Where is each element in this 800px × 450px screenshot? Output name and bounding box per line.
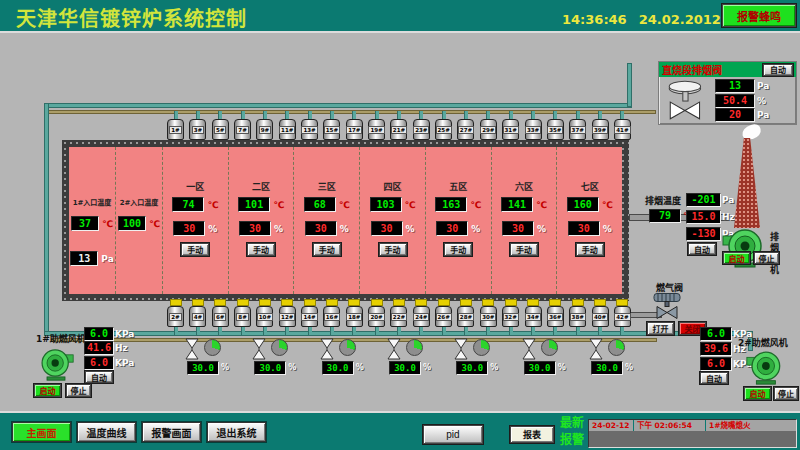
fan2-stop-button[interactable]: 停止	[774, 387, 798, 400]
zone-temp-display: 103	[370, 197, 402, 212]
zone-mode-button[interactable]: 手动	[444, 243, 472, 256]
burner-number: 36#	[547, 313, 563, 321]
hmi-screen: 天津华信镀锌炉系统控制 14:36:46 24.02.2012 报警蜂鸣 直烧段…	[0, 0, 800, 450]
smoke-icon	[741, 123, 763, 141]
duct-pressure1-unit: Pa	[757, 81, 769, 91]
burner-number: 3#	[192, 126, 204, 134]
burner-pipe-stub	[241, 327, 245, 335]
burner: 26#	[435, 299, 452, 335]
burner-number: 41#	[614, 126, 630, 134]
burner-pipe-stub	[174, 111, 178, 119]
burner-body: 37#	[569, 119, 586, 140]
nav-button[interactable]: 主画面	[12, 422, 71, 442]
alarm-buzzer-button[interactable]: 报警蜂鸣	[722, 4, 796, 27]
burner-pipe-stub	[419, 111, 423, 119]
burner-body: 35#	[547, 119, 564, 140]
zone-mode-button[interactable]: 手动	[576, 243, 604, 256]
burner-number: 37#	[570, 126, 586, 134]
burner-number: 32#	[503, 313, 519, 321]
burner-body: 32#	[502, 306, 519, 327]
burner-port	[170, 299, 182, 306]
burner-pipe-stub	[553, 327, 557, 335]
fan1-stop-button[interactable]: 停止	[66, 384, 91, 397]
burner-number: 26#	[436, 313, 452, 321]
alarm-list[interactable]: 24-02-12 下午 02:06:54 1#烧嘴熄火	[588, 419, 797, 448]
burner: 10#	[256, 299, 273, 335]
nav-button-row: 主画面温度曲线报警画面退出系统	[12, 422, 266, 442]
burner-body: 25#	[435, 119, 452, 140]
burner-number: 6#	[214, 313, 226, 321]
burner-number: 34#	[525, 313, 541, 321]
exhaust-fan-start-button[interactable]: 启动	[723, 252, 750, 264]
fan2-start-button[interactable]: 启动	[744, 387, 771, 400]
zone-valve: 30.0 %	[247, 336, 305, 376]
zone-mode-button[interactable]: 手动	[181, 243, 209, 256]
exhaust-fan-stop-button[interactable]: 停止	[754, 252, 779, 264]
nav-button[interactable]: 退出系统	[207, 422, 266, 442]
burner-number: 28#	[458, 313, 474, 321]
inlet1-temp-unit: ℃	[102, 219, 113, 229]
valve-opening-display: 30.0	[187, 361, 219, 375]
zone-output-display: 30	[305, 221, 337, 236]
butterfly-valve-icon	[251, 337, 267, 361]
burner-pipe-stub	[397, 327, 401, 335]
zone-mode-button[interactable]: 手动	[313, 243, 341, 256]
zone-temp-unit: ℃	[536, 200, 547, 210]
gas-valve-icon	[650, 292, 690, 320]
furnace-zone: 一区 74 ℃ 30 % 手动	[163, 147, 229, 294]
burner: 12#	[279, 299, 296, 335]
zone-mode-button[interactable]: 手动	[510, 243, 538, 256]
zone-output-unit: %	[406, 224, 415, 234]
inlet2-label: 2#入口温度	[120, 197, 159, 207]
burner: 18#	[346, 299, 363, 335]
exhaust-pressure2-display: -130	[686, 227, 721, 241]
fan1-pressure1-display: 6.0	[84, 327, 114, 341]
burner-pipe-stub	[308, 111, 312, 119]
burner-number: 30#	[480, 313, 496, 321]
clock: 14:36:46 24.02.2012	[562, 12, 721, 27]
burner-pipe-stub	[196, 111, 200, 119]
exhaust-valve-auto-button[interactable]: 自动	[763, 64, 793, 76]
burner-pipe-stub	[464, 111, 468, 119]
zone-mode-button[interactable]: 手动	[379, 243, 407, 256]
burner: 32#	[502, 299, 519, 335]
zone-temp-display: 141	[501, 197, 533, 212]
zone-mode-button[interactable]: 手动	[247, 243, 275, 256]
valve-position-pie-icon	[406, 339, 423, 356]
burner-body: 13#	[301, 119, 318, 140]
report-button[interactable]: 报表	[510, 426, 554, 443]
zone-valve: 30.0 %	[180, 336, 238, 376]
burner-number: 14#	[301, 313, 317, 321]
fan1-start-button[interactable]: 启动	[34, 384, 61, 397]
inlet2-temp-unit: ℃	[149, 219, 160, 229]
exhaust-fan-auto-button[interactable]: 自动	[688, 243, 716, 255]
burner-pipe-stub	[352, 327, 356, 335]
burner-pipe-stub	[352, 111, 356, 119]
fan2-auto-button[interactable]: 自动	[700, 372, 728, 384]
burner-body: 33#	[525, 119, 542, 140]
zone-temp-unit: ℃	[207, 200, 218, 210]
valve-opening-display: 30.0	[524, 361, 556, 375]
zone-valve: 30.0 %	[584, 336, 642, 376]
pid-button[interactable]: pid	[423, 425, 483, 444]
burner-body: 26#	[435, 306, 452, 327]
burner: 42#	[614, 299, 631, 335]
burner-body: 31#	[502, 119, 519, 140]
burner-number: 35#	[547, 126, 563, 134]
alarm-row[interactable]: 24-02-12 下午 02:06:54 1#烧嘴熄火	[589, 420, 796, 431]
burner-number: 19#	[368, 126, 384, 134]
nav-button[interactable]: 温度曲线	[77, 422, 136, 442]
gas-valve-open-button[interactable]: 打开	[647, 322, 674, 335]
zone-temp-display: 68	[304, 197, 336, 212]
burner-number: 9#	[259, 126, 271, 134]
burner-number: 27#	[458, 126, 474, 134]
top-air-header-pipe	[44, 103, 632, 108]
burner-body: 27#	[457, 119, 474, 140]
fan1-freq-unit: Hz	[115, 343, 128, 353]
nav-button[interactable]: 报警画面	[142, 422, 201, 442]
burner: 40#	[592, 299, 609, 335]
burner-body: 16#	[323, 306, 340, 327]
burner-pipe-stub	[263, 327, 267, 335]
fan1-auto-button[interactable]: 自动	[85, 371, 113, 383]
burner-number: 2#	[169, 313, 181, 321]
